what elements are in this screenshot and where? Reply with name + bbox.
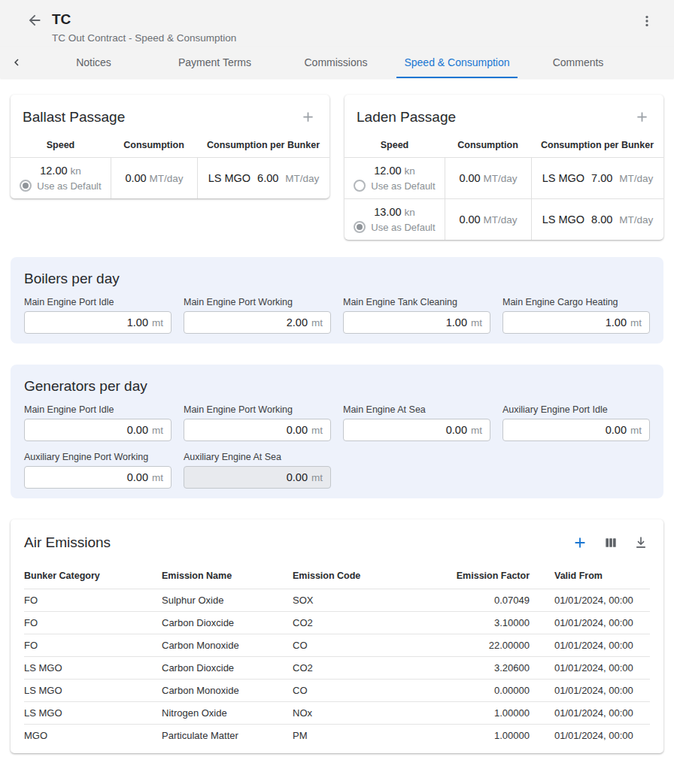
cell-bunker-category: LS MGO (24, 702, 162, 725)
tabs-scroll-left-button[interactable] (0, 47, 33, 78)
cell-valid-from: 01/01/2024, 00:00 (530, 657, 650, 680)
speed-cell[interactable]: 12.00 kn Use as Default (11, 158, 111, 198)
generators-per-day-section: Generators per day Main Engine Port Idle… (11, 365, 663, 498)
cell-emission-code: CO2 (293, 612, 443, 634)
field-value: 1.00 (127, 316, 148, 328)
consumption-value: 0.00 (125, 172, 146, 184)
consumption-cell[interactable]: 0.00 MT/day (445, 199, 531, 240)
field-unit: mt (152, 425, 163, 436)
chevron-left-icon (10, 56, 23, 69)
field-unit: mt (630, 317, 642, 328)
cell-bunker-category: MGO (24, 725, 162, 747)
laden-passage-card: Laden Passage Speed Consumption Consumpt… (345, 95, 663, 240)
col-header-emission-code[interactable]: Emission Code (293, 564, 443, 589)
field-value: 1.00 (606, 316, 627, 328)
cell-emission-factor: 1.00000 (443, 702, 530, 725)
laden-add-speed-button[interactable] (633, 107, 651, 126)
tab[interactable]: Notices (33, 47, 154, 78)
boilers-fields: Main Engine Port Idle 1.00 mt Main Engin… (24, 297, 650, 334)
field-input[interactable]: 2.00 mt (184, 311, 331, 334)
emission-table-row[interactable]: FO Carbon Monoxide CO 22.00000 01/01/202… (24, 634, 650, 657)
field-input[interactable]: 0.00 mt (24, 466, 172, 489)
field-input[interactable]: 0.00 mt (184, 466, 331, 489)
consumption-cell[interactable]: 0.00 MT/day (445, 158, 531, 198)
plus-icon (634, 109, 650, 125)
cell-emission-factor: 0.07049 (443, 589, 530, 612)
cell-emission-name: Particulate Matter (162, 725, 293, 747)
back-button[interactable] (25, 11, 44, 30)
field-input[interactable]: 1.00 mt (24, 311, 172, 334)
use-as-default-option[interactable]: Use as Default (20, 180, 101, 192)
field-input[interactable]: 0.00 mt (184, 419, 331, 441)
columns-settings-button[interactable] (602, 534, 620, 552)
radio-button-icon[interactable] (354, 180, 366, 192)
cell-emission-code: SOX (293, 589, 443, 612)
consumption-unit: MT/day (150, 173, 184, 184)
field-input[interactable]: 1.00 mt (343, 311, 490, 334)
speed-value: 12.00 (40, 165, 67, 177)
cell-emission-code: CO2 (293, 657, 443, 680)
radio-button-icon[interactable] (354, 221, 366, 233)
bunker-consumption-cell[interactable]: LS MGO 6.00 MT/day (197, 158, 329, 198)
bunker-consumption-unit: MT/day (619, 173, 653, 184)
tab[interactable]: Comments (518, 47, 639, 78)
field-label: Main Engine At Sea (343, 404, 490, 415)
emission-table-row[interactable]: LS MGO Nitrogen Oxide NOx 1.00000 01/01/… (24, 702, 650, 725)
bunker-name: LS MGO (542, 213, 584, 226)
field-label: Main Engine Port Working (184, 297, 331, 307)
emission-table-row[interactable]: LS MGO Carbon Monoxide CO 0.00000 01/01/… (24, 680, 650, 702)
speed-cell[interactable]: 12.00 kn Use as Default (345, 158, 445, 198)
cell-emission-name: Carbon Dioxcide (162, 612, 293, 634)
field-value: 2.00 (287, 316, 308, 328)
field-input[interactable]: 0.00 mt (343, 419, 490, 441)
cell-emission-factor: 3.20600 (443, 657, 530, 680)
cell-bunker-category: FO (24, 589, 162, 612)
bunker-consumption-cell[interactable]: LS MGO 7.00 MT/day (531, 158, 663, 198)
bunker-consumption-cell[interactable]: LS MGO 8.00 MT/day (531, 199, 663, 240)
emission-table-row[interactable]: MGO Particulate Matter PM 1.00000 01/01/… (24, 725, 650, 747)
emission-table-row[interactable]: LS MGO Carbon Dioxcide CO2 3.20600 01/01… (24, 657, 650, 680)
field-input[interactable]: 1.00 mt (502, 311, 650, 334)
field-input[interactable]: 0.00 mt (502, 419, 650, 441)
cell-emission-factor: 3.10000 (443, 612, 530, 634)
consumption-unit: MT/day (484, 214, 518, 226)
radio-button-icon[interactable] (20, 180, 32, 192)
field-input[interactable]: 0.00 mt (24, 419, 172, 441)
cell-bunker-category: LS MGO (24, 657, 162, 680)
generator-field: Main Engine Port Working 0.00 mt (184, 404, 331, 441)
use-as-default-label: Use as Default (371, 180, 435, 192)
cell-bunker-category: FO (24, 612, 162, 634)
col-header-bunker-category[interactable]: Bunker Category (24, 564, 162, 589)
more-options-button[interactable] (638, 12, 656, 30)
bunker-name: LS MGO (542, 172, 584, 184)
consumption-cell[interactable]: 0.00 MT/day (111, 158, 197, 198)
ballast-passage-title: Ballast Passage (23, 109, 125, 126)
field-label: Main Engine Port Idle (24, 404, 172, 415)
emission-table-row[interactable]: FO Carbon Dioxcide CO2 3.10000 01/01/202… (24, 612, 650, 634)
consumption-unit: MT/day (484, 173, 518, 184)
speed-cell[interactable]: 13.00 kn Use as Default (345, 199, 445, 240)
ballast-add-speed-button[interactable] (299, 107, 317, 126)
field-unit: mt (471, 317, 482, 328)
use-as-default-option[interactable]: Use as Default (354, 221, 435, 233)
speed-row: 13.00 kn Use as Default 0.00 MT/d (345, 198, 663, 240)
col-header-emission-factor[interactable]: Emission Factor (443, 564, 530, 589)
tab[interactable]: Commissions (275, 47, 396, 78)
generators-fields: Main Engine Port Idle 0.00 mt Main Engin… (24, 404, 650, 489)
field-label: Main Engine Tank Cleaning (343, 297, 490, 307)
emission-table-row[interactable]: FO Sulphur Oxide SOX 0.07049 01/01/2024,… (24, 589, 650, 612)
tab[interactable]: Speed & Consumption (396, 47, 518, 78)
add-emission-button[interactable] (570, 533, 590, 552)
app-header: TC TC Out Contract - Speed & Consumption (0, 0, 674, 47)
col-header-valid-from[interactable]: Valid From (530, 564, 650, 589)
kebab-menu-icon (639, 14, 654, 29)
use-as-default-option[interactable]: Use as Default (354, 180, 435, 192)
col-header-emission-name[interactable]: Emission Name (162, 564, 293, 589)
tab[interactable]: Payment Terms (154, 47, 275, 78)
boilers-section-title: Boilers per day (24, 271, 650, 287)
download-button[interactable] (632, 534, 650, 552)
generators-section-title: Generators per day (24, 378, 650, 395)
field-unit: mt (311, 425, 323, 436)
cell-valid-from: 01/01/2024, 00:00 (530, 725, 650, 747)
content: Ballast Passage Speed Consumption Consum… (0, 78, 674, 771)
